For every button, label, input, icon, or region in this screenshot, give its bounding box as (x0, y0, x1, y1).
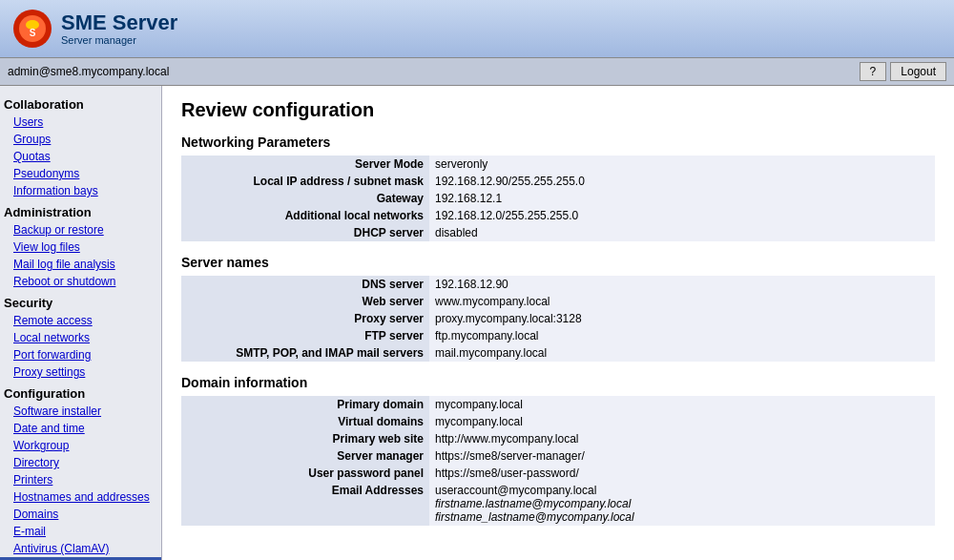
table-row: Primary domainmycompany.local (181, 396, 935, 413)
table-row: Server Modeserveronly (181, 156, 935, 173)
sidebar-item[interactable]: Domains (0, 506, 161, 523)
header: S SME Server Server manager (0, 0, 954, 58)
row-label: Web server (181, 293, 429, 310)
row-label: Gateway (181, 190, 429, 207)
row-value: serveronly (429, 156, 935, 173)
sidebar-item[interactable]: Information bays (0, 182, 161, 199)
sidebar-item[interactable]: Port forwarding (0, 346, 161, 363)
row-value: 192.168.12.90 (429, 276, 935, 293)
sidebar: CollaborationUsersGroupsQuotasPseudonyms… (0, 86, 162, 560)
table-row: Additional local networks192.168.12.0/25… (181, 207, 935, 224)
sidebar-item[interactable]: Software installer (0, 403, 161, 420)
row-value: disabled (429, 224, 935, 241)
row-label: FTP server (181, 327, 429, 344)
row-value: 192.168.12.1 (429, 190, 935, 207)
row-value: mycompany.local (429, 413, 935, 430)
row-label: Primary web site (181, 430, 429, 447)
section-heading: Server names (181, 255, 935, 270)
svg-text:S: S (30, 28, 36, 38)
section-heading: Domain information (181, 375, 935, 390)
table-row: DHCP serverdisabled (181, 224, 935, 241)
sidebar-section-title: Administration (0, 199, 161, 221)
table-row: Local IP address / subnet mask192.168.12… (181, 173, 935, 190)
sidebar-section-title: Security (0, 290, 161, 312)
page-title: Review configuration (181, 99, 935, 121)
sidebar-item[interactable]: Proxy settings (0, 363, 161, 381)
table-row: Virtual domainsmycompany.local (181, 413, 935, 430)
logo-subtitle: Server manager (61, 34, 177, 46)
sidebar-item[interactable]: Antivirus (ClamAV) (0, 540, 161, 557)
row-label: DHCP server (181, 224, 429, 241)
row-label: Server manager (181, 447, 429, 465)
section-heading: Networking Parameters (181, 135, 935, 150)
sidebar-item[interactable]: Users (0, 114, 161, 131)
row-label: Primary domain (181, 396, 429, 413)
row-label: Proxy server (181, 310, 429, 327)
row-value: useraccount@mycompany.localfirstname.las… (429, 482, 935, 526)
sidebar-item[interactable]: View log files (0, 239, 161, 256)
logo-title: SME Server (61, 11, 177, 34)
row-value: https://sme8/user-password/ (429, 465, 935, 482)
sidebar-item[interactable]: Quotas (0, 148, 161, 165)
layout: CollaborationUsersGroupsQuotasPseudonyms… (0, 86, 954, 560)
logo-icon: S (11, 8, 53, 50)
table-row: Gateway192.168.12.1 (181, 190, 935, 207)
sidebar-item[interactable]: Remote access (0, 312, 161, 329)
help-button[interactable]: ? (860, 62, 887, 81)
sidebar-item[interactable]: Local networks (0, 329, 161, 346)
row-label: User password panel (181, 465, 429, 482)
logo-area: S SME Server Server manager (11, 8, 177, 50)
row-label: Virtual domains (181, 413, 429, 430)
table-row: Server managerhttps://sme8/server-manage… (181, 447, 935, 465)
row-label: Email Addresses (181, 482, 429, 526)
sidebar-item[interactable]: Pseudonyms (0, 165, 161, 182)
table-row: Proxy serverproxy.mycompany.local:3128 (181, 310, 935, 327)
config-table: DNS server192.168.12.90Web serverwww.myc… (181, 276, 935, 362)
config-table: Server ModeserveronlyLocal IP address / … (181, 156, 935, 241)
sidebar-item[interactable]: E-mail (0, 523, 161, 540)
row-value: 192.168.12.90/255.255.255.0 (429, 173, 935, 190)
row-label: DNS server (181, 276, 429, 293)
sidebar-item[interactable]: Mail log file analysis (0, 256, 161, 273)
table-row: Email Addressesuseraccount@mycompany.loc… (181, 482, 935, 526)
table-row: Primary web sitehttp://www.mycompany.loc… (181, 430, 935, 447)
table-row: Web serverwww.mycompany.local (181, 293, 935, 310)
row-value: www.mycompany.local (429, 293, 935, 310)
row-label: Server Mode (181, 156, 429, 173)
row-label: Additional local networks (181, 207, 429, 224)
table-row: User password panelhttps://sme8/user-pas… (181, 465, 935, 482)
sidebar-item[interactable]: Directory (0, 454, 161, 471)
row-value: mycompany.local (429, 396, 935, 413)
config-table: Primary domainmycompany.localVirtual dom… (181, 396, 935, 526)
sidebar-item[interactable]: Date and time (0, 420, 161, 437)
logout-button[interactable]: Logout (890, 62, 946, 81)
row-label: SMTP, POP, and IMAP mail servers (181, 344, 429, 362)
topbar: admin@sme8.mycompany.local ? Logout (0, 58, 954, 86)
logo-text: SME Server Server manager (61, 11, 177, 46)
sections-container: Networking ParametersServer Modeserveron… (181, 135, 935, 526)
sidebar-section-title: Configuration (0, 381, 161, 403)
table-row: FTP serverftp.mycompany.local (181, 327, 935, 344)
main-content: Review configuration Networking Paramete… (162, 86, 954, 560)
sidebar-item[interactable]: Hostnames and addresses (0, 488, 161, 506)
row-value: 192.168.12.0/255.255.255.0 (429, 207, 935, 224)
table-row: DNS server192.168.12.90 (181, 276, 935, 293)
sidebar-item[interactable]: Groups (0, 131, 161, 148)
sidebar-item[interactable]: Printers (0, 471, 161, 488)
row-value: mail.mycompany.local (429, 344, 935, 362)
row-value: https://sme8/server-manager/ (429, 447, 935, 465)
row-label: Local IP address / subnet mask (181, 173, 429, 190)
row-value: proxy.mycompany.local:3128 (429, 310, 935, 327)
sidebar-section-title: Collaboration (0, 92, 161, 114)
topbar-actions: ? Logout (860, 62, 946, 81)
sidebar-item[interactable]: Workgroup (0, 437, 161, 454)
sidebar-item[interactable]: Reboot or shutdown (0, 273, 161, 290)
row-value: http://www.mycompany.local (429, 430, 935, 447)
table-row: SMTP, POP, and IMAP mail serversmail.myc… (181, 344, 935, 362)
topbar-user: admin@sme8.mycompany.local (8, 65, 169, 78)
row-value: ftp.mycompany.local (429, 327, 935, 344)
sidebar-item[interactable]: Backup or restore (0, 221, 161, 239)
